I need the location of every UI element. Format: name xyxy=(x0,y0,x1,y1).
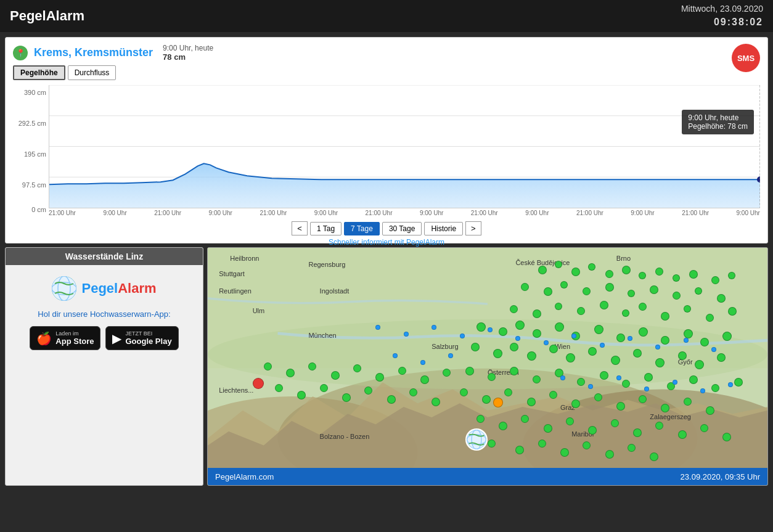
x-label-3: 9:00 Uhr xyxy=(209,210,232,216)
station-time-info: 9:00 Uhr, heute 78 cm xyxy=(163,44,213,62)
logo-alarm: Alarm xyxy=(118,280,156,296)
y-label-2925: 292.5 cm xyxy=(18,120,46,127)
x-label-10: 21:00 Uhr xyxy=(576,210,603,216)
left-widget: Wasserstände Linz PegelAlarm Hol dir uns… xyxy=(5,247,203,486)
chart-wrapper: 390 cm 292.5 cm 195 cm 97.5 cm 0 cm xyxy=(13,85,760,216)
x-label-7: 9:00 Uhr xyxy=(420,210,443,216)
logo-pegel: Pegel xyxy=(81,280,118,296)
logo-globe-svg xyxy=(52,276,76,301)
chart-nav-row: < 1 Tag 7 Tage 30 Tage Historie > xyxy=(13,221,760,235)
chart-svg-container: 9:00 Uhr, heute Pegelhöhe: 78 cm xyxy=(49,85,760,208)
y-label-195: 195 cm xyxy=(24,150,46,158)
map-logo-svg xyxy=(467,428,486,451)
app-title: PegelAlarm xyxy=(10,8,84,24)
date-display: Mittwoch, 23.09.2020 xyxy=(681,3,763,15)
app-store-text: Laden im App Store xyxy=(55,330,94,346)
google-play-icon: ▶ xyxy=(112,331,121,346)
range-1tag-button[interactable]: 1 Tag xyxy=(310,222,342,235)
water-fill xyxy=(49,163,760,208)
play-store-bottom: Google Play xyxy=(125,337,171,346)
station-header: 📍 Krems, Kremsmünster 9:00 Uhr, heute 78… xyxy=(13,44,760,62)
x-label-1: 9:00 Uhr xyxy=(103,210,126,216)
time-display: 09:38:02 xyxy=(681,15,763,29)
x-label-8: 21:00 Uhr xyxy=(471,210,498,216)
station-time: 9:00 Uhr, heute xyxy=(163,44,213,52)
x-axis: 21:00 Uhr 9:00 Uhr 21:00 Uhr 9:00 Uhr 21… xyxy=(49,210,760,216)
tab-pegelhöhe[interactable]: Pegelhöhe xyxy=(13,65,65,80)
x-label-9: 9:00 Uhr xyxy=(525,210,549,216)
x-label-11: 9:00 Uhr xyxy=(631,210,654,216)
pegel-logo: PegelAlarm xyxy=(52,276,156,301)
app-store-button[interactable]: 🍎 Laden im App Store xyxy=(30,326,100,350)
map-footer-right: 23.09.2020, 09:35 Uhr xyxy=(681,472,760,481)
schneller-text: Schneller informiert mit PegelAlarm xyxy=(13,238,760,247)
x-label-0: 21:00 Uhr xyxy=(49,210,76,216)
x-label-12: 21:00 Uhr xyxy=(682,210,709,216)
app-store-top: Laden im xyxy=(55,330,94,337)
tab-buttons: Pegelhöhe Durchfluss xyxy=(13,65,760,80)
sms-button[interactable]: SMS xyxy=(732,44,760,72)
x-label-6: 21:00 Uhr xyxy=(366,210,393,216)
app-store-bottom: App Store xyxy=(55,337,94,346)
range-7tage-button[interactable]: 7 Tage xyxy=(344,222,380,235)
x-label-4: 21:00 Uhr xyxy=(260,210,287,216)
map-footer: PegelAlarm.com 23.09.2020, 09:35 Uhr xyxy=(208,468,767,485)
map-panel[interactable]: Heilbronn Stuttgart Reutlingen Ulm Münch… xyxy=(207,247,768,486)
logo-text: PegelAlarm xyxy=(81,280,156,297)
play-store-top: JETZT BEI xyxy=(125,330,171,337)
station-name: Krems, Kremsmünster xyxy=(34,46,153,59)
y-label-390: 390 cm xyxy=(24,89,46,96)
widget-title: Wasserstände Linz xyxy=(6,248,203,265)
bottom-panels: Wasserstände Linz PegelAlarm Hol dir uns… xyxy=(0,247,773,491)
chart-svg xyxy=(49,85,760,208)
station-value: 78 cm xyxy=(163,52,213,62)
x-label-13: 9:00 Uhr xyxy=(737,210,760,216)
chart-panel: 📍 Krems, Kremsmünster 9:00 Uhr, heute 78… xyxy=(5,37,768,243)
map-background: Heilbronn Stuttgart Reutlingen Ulm Münch… xyxy=(208,248,767,468)
logo-globe xyxy=(52,276,76,301)
map-footer-left: PegelAlarm.com xyxy=(215,472,274,481)
y-axis: 390 cm 292.5 cm 195 cm 97.5 cm 0 cm xyxy=(13,85,49,208)
nav-next-button[interactable]: > xyxy=(465,221,481,235)
play-store-button[interactable]: ▶ JETZT BEI Google Play xyxy=(105,326,178,350)
tab-durchfluss[interactable]: Durchfluss xyxy=(68,65,117,80)
play-store-text: JETZT BEI Google Play xyxy=(125,330,171,346)
range-30tage-button[interactable]: 30 Tage xyxy=(382,222,422,235)
store-buttons: 🍎 Laden im App Store ▶ JETZT BEI Google … xyxy=(30,326,178,350)
app-promo-text: Hol dir unsere Hochwasserwarn-App: xyxy=(38,309,170,319)
station-icon: 📍 xyxy=(13,46,28,60)
map-center-globe xyxy=(465,428,488,451)
x-label-2: 21:00 Uhr xyxy=(154,210,181,216)
y-label-975: 97.5 cm xyxy=(22,181,46,189)
range-historie-button[interactable]: Historie xyxy=(424,222,463,235)
nav-prev-button[interactable]: < xyxy=(292,221,308,235)
svg-point-14 xyxy=(467,430,486,449)
datetime: Mittwoch, 23.09.2020 09:38:02 xyxy=(681,3,763,29)
x-label-5: 9:00 Uhr xyxy=(314,210,338,216)
y-label-0: 0 cm xyxy=(31,206,46,213)
apple-icon: 🍎 xyxy=(36,331,52,346)
header: PegelAlarm Mittwoch, 23.09.2020 09:38:02 xyxy=(0,0,773,32)
map-center-logo xyxy=(465,428,488,451)
